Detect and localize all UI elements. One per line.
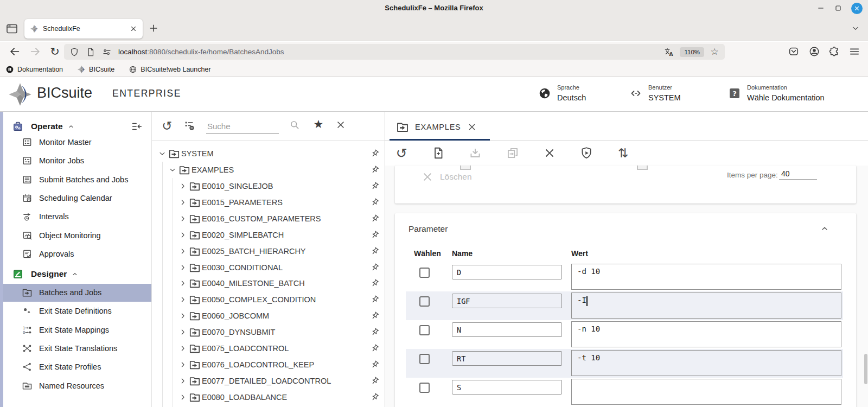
tree-node-system[interactable]: SYSTEM [152,145,385,162]
clear-search-icon[interactable] [335,119,346,130]
sidebar-item-submit-batches-and-jobs[interactable]: Submit Batches and Jobs [3,170,151,188]
parameter-name-input[interactable] [452,265,562,279]
sidebar-item-exit-state-profiles[interactable]: Exit State Profiles [3,358,151,376]
sidebar-item-approvals[interactable]: Approvals [3,245,151,263]
pin-icon[interactable] [371,149,379,158]
row-select-checkbox[interactable] [419,354,430,364]
tree-refresh-button[interactable]: ↺ [161,119,174,132]
permissions-icon[interactable] [102,47,112,57]
sidebar-item-exit-state-translations[interactable]: Exit State Translations [3,339,151,357]
pin-icon[interactable] [371,311,379,320]
reload-button[interactable]: ↻ [49,46,61,58]
account-icon[interactable] [808,46,820,58]
bookmark-bicsuite-web-launcher[interactable]: BICsuite!web Launcher [129,65,210,74]
parameter-value-textarea[interactable] [571,321,841,347]
tab-close-icon[interactable] [130,25,137,33]
collapsed-chevron-icon[interactable] [178,198,187,207]
sidebar-item-exit-state-mappings[interactable]: 10Exit State Mappings [3,321,151,339]
parameter-value-textarea[interactable] [571,379,841,405]
tab-examples[interactable]: EXAMPLES [390,115,483,139]
pin-icon[interactable] [371,279,379,288]
tree-node-e0050-complex-condition[interactable]: E0050_COMPLEX_CONDITION [152,291,385,308]
pin-icon[interactable] [371,295,379,304]
row-select-checkbox[interactable] [419,383,430,393]
tree-node-e0015-parameters[interactable]: E0015_PARAMETERS [152,194,385,211]
sort-reorder-button[interactable]: ⇅ [617,147,630,160]
sidebar-item-batches-and-jobs[interactable]: Batches and Jobs [3,284,151,302]
pin-icon[interactable] [371,263,379,272]
refresh-button[interactable]: ↺ [394,146,409,160]
bookmark-dokumentation[interactable]: Dokumentation [5,65,63,74]
extensions-icon[interactable] [828,46,840,58]
language-selector[interactable]: Sprache Deutsch [538,84,586,102]
tree-node-e0077-detailed-loadcontrol[interactable]: E0077_DETAILED_LOADCONTROL [152,373,385,389]
parameter-name-input[interactable] [452,380,562,395]
tree-search-input[interactable] [206,120,279,133]
row-select-checkbox[interactable] [419,325,430,335]
pin-icon[interactable] [371,231,379,239]
collapsed-chevron-icon[interactable] [178,311,187,320]
tree-node-e0030-conditional[interactable]: E0030_CONDITIONAL [152,259,385,276]
pin-icon[interactable] [371,328,379,336]
window-maximize-button[interactable] [834,4,843,12]
row-select-checkbox[interactable] [419,268,430,278]
new-tab-button[interactable] [148,23,159,34]
items-per-page-input[interactable] [779,168,817,180]
detail-tab-close-icon[interactable] [467,122,477,132]
tree-node-e0080-loadbalance[interactable]: E0080_LOADBALANCE [152,389,385,405]
documentation-selector[interactable]: ? Dokumentation Wähle Dokumentation [728,84,825,102]
sidebar-item-object-monitoring[interactable]: Object Monitoring [3,226,151,244]
favorites-star-icon[interactable]: ★ [312,118,324,130]
window-close-button[interactable] [851,3,863,14]
sidebar-item-intervals[interactable]: Intervals [3,208,151,226]
firefox-view-button[interactable] [5,22,18,35]
pin-icon[interactable] [371,214,379,223]
sidebar-section-designer[interactable]: Designer [3,265,151,283]
collapsed-chevron-icon[interactable] [178,328,187,336]
pin-icon[interactable] [371,360,379,369]
menu-icon[interactable] [848,46,860,58]
parameter-name-input[interactable] [452,351,562,366]
parameter-name-input[interactable] [452,322,562,337]
tree-node-e0025-batch-hierarchy[interactable]: E0025_BATCH_HIERARCHY [152,243,385,259]
url-bar[interactable]: localhost:8080/schedulix-fe/home/Batches… [64,44,725,60]
tracking-protection-icon[interactable] [69,47,79,57]
sidebar-item-scheduling-calendar[interactable]: Scheduling Calendar [3,189,151,207]
sidebar-item-exit-state-definitions[interactable]: Exit State Definitions [3,302,151,320]
tree-node-e0016-custom-parameters[interactable]: E0016_CUSTOM_PARAMETERS [152,211,385,227]
row-select-checkbox[interactable] [419,296,430,307]
pin-icon[interactable] [371,344,379,353]
translate-icon[interactable]: A [663,47,674,58]
collapsed-chevron-icon[interactable] [178,214,187,223]
bookmark-star-icon[interactable]: ☆ [710,47,719,57]
collapsed-chevron-icon[interactable] [178,393,187,402]
zoom-level-badge[interactable]: 110% [680,47,704,57]
tree-node-e0040-milestone-batch[interactable]: E0040_MILESTONE_BATCH [152,275,385,291]
pin-icon[interactable] [371,166,379,174]
pocket-icon[interactable] [788,46,800,58]
collapse-section-icon[interactable] [820,224,829,233]
user-selector[interactable]: Benutzer SYSTEM [629,84,681,102]
collapsed-chevron-icon[interactable] [178,182,187,190]
collapsed-chevron-icon[interactable] [178,295,187,304]
collapsed-chevron-icon[interactable] [178,360,187,369]
parameter-value-textarea[interactable] [571,350,841,376]
sidebar-section-operate[interactable]: Operate [3,118,151,135]
back-button[interactable] [9,46,21,58]
tree-node-e0070-dynsubmit[interactable]: E0070_DYNSUBMIT [152,324,385,340]
close-button[interactable] [543,147,556,160]
pin-icon[interactable] [371,198,379,207]
run-protected-button[interactable] [579,146,593,160]
parameter-value-textarea[interactable] [571,264,841,290]
collapsed-chevron-icon[interactable] [178,247,187,256]
tree-node-e0020-simplebatch[interactable]: E0020_SIMPLEBATCH [152,227,385,243]
collapse-sidebar-icon[interactable] [131,120,143,132]
collapsed-chevron-icon[interactable] [178,279,187,288]
tree-node-e0076-loadcontrol-keep[interactable]: E0076_LOADCONTROL_KEEP [152,357,385,373]
parameter-value-textarea[interactable] [571,292,841,319]
pin-icon[interactable] [371,247,379,256]
tree-node-e0075-loadcontrol[interactable]: E0075_LOADCONTROL [152,340,385,357]
tree-filter-button[interactable] [183,119,195,131]
pin-icon[interactable] [371,182,379,190]
new-object-button[interactable] [431,146,445,160]
